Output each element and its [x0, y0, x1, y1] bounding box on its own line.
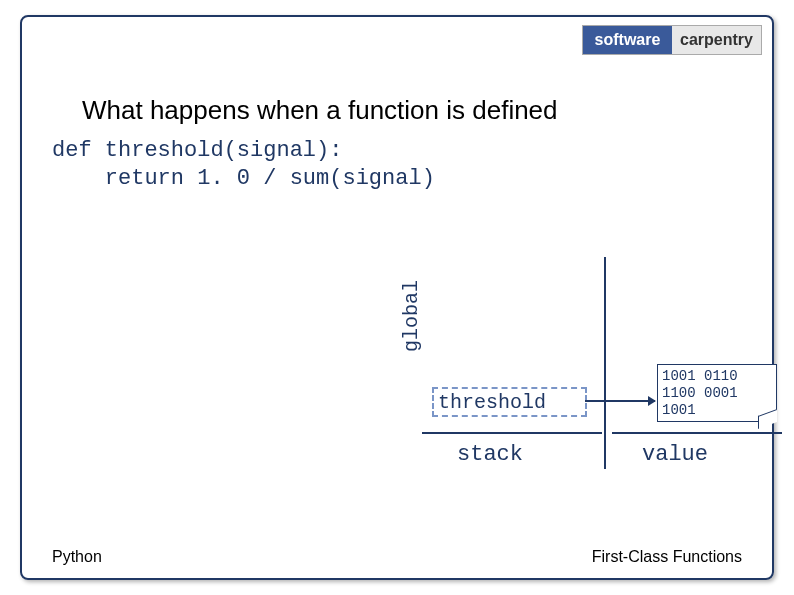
logo-right-text: carpentry: [672, 26, 761, 54]
code-line-1: def threshold(signal):: [52, 138, 342, 163]
stack-underline: [422, 432, 602, 434]
logo-inner: software carpentry: [583, 26, 761, 54]
stack-column-label: stack: [457, 442, 523, 467]
footer-left: Python: [52, 548, 102, 566]
bytecode-value-box: 1001 0110 1100 0001 1001: [657, 364, 777, 422]
slide-frame: software carpentry What happens when a f…: [20, 15, 774, 580]
memory-diagram: global threshold 1001 0110 1100 0001 100…: [312, 257, 782, 477]
stack-frame-threshold: threshold: [432, 387, 587, 417]
reference-arrow: [585, 400, 655, 402]
code-block: def threshold(signal): return 1. 0 / sum…: [52, 137, 435, 192]
scope-label-global: global: [400, 280, 423, 352]
value-column-label: value: [642, 442, 708, 467]
slide-heading: What happens when a function is defined: [82, 95, 558, 126]
value-underline: [612, 432, 782, 434]
footer-right: First-Class Functions: [592, 548, 742, 566]
logo: software carpentry: [582, 25, 762, 55]
logo-left-text: software: [583, 26, 672, 54]
column-divider: [604, 257, 606, 469]
code-line-2: return 1. 0 / sum(signal): [52, 166, 435, 191]
